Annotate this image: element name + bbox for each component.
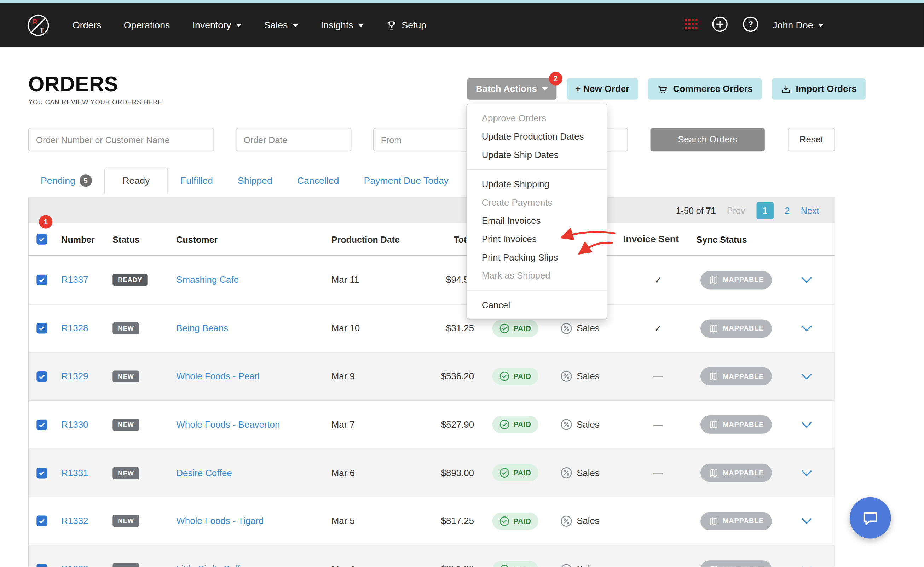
order-total: $351.99: [417, 564, 474, 567]
user-menu[interactable]: John Doe: [773, 20, 823, 30]
percent-circle-icon: [560, 322, 572, 334]
check-circle-icon: [500, 468, 510, 478]
topbar-right-cluster: ? John Doe: [684, 15, 823, 34]
chevron-down-icon[interactable]: [779, 422, 835, 428]
customer-link[interactable]: Whole Foods - Tigard: [176, 516, 263, 526]
row-checkbox[interactable]: [36, 468, 47, 478]
nav-item-setup[interactable]: Setup: [375, 20, 437, 30]
percent-circle-icon: [560, 466, 572, 479]
sync-status-badge[interactable]: MAPPABLE: [700, 512, 772, 530]
tab-ready[interactable]: Ready: [104, 167, 168, 194]
row-checkbox[interactable]: [36, 516, 47, 526]
check-circle-icon: [500, 372, 510, 381]
chevron-down-icon[interactable]: [779, 277, 835, 283]
sync-status-badge[interactable]: MAPPABLE: [700, 560, 772, 567]
menu-item-update-production-dates[interactable]: Update Production Dates: [467, 127, 607, 146]
order-date-input[interactable]: [236, 128, 352, 152]
row-checkbox[interactable]: [36, 323, 47, 334]
next-page-button[interactable]: Next: [801, 206, 819, 216]
keypad-icon[interactable]: [684, 19, 697, 32]
row-checkbox[interactable]: [36, 419, 47, 430]
prev-page-button[interactable]: Prev: [727, 206, 745, 216]
status-badge: NEW: [113, 515, 139, 527]
customer-link[interactable]: Whole Foods - Beaverton: [176, 419, 280, 429]
menu-item-print-packing-slips[interactable]: Print Packing Slips: [467, 248, 607, 267]
menu-divider: [467, 169, 607, 170]
menu-item-cancel[interactable]: Cancel: [467, 296, 607, 314]
add-button[interactable]: [712, 15, 728, 34]
chevron-down-icon: [236, 23, 242, 27]
chat-launcher-button[interactable]: [850, 497, 891, 539]
sync-status-badge[interactable]: MAPPABLE: [700, 464, 772, 482]
page-2-button[interactable]: 2: [785, 206, 790, 216]
order-number-link[interactable]: R1332: [61, 516, 88, 526]
tab-payment-due-today[interactable]: Payment Due Today: [351, 167, 461, 194]
customer-link[interactable]: Little Bird's Coffee: [176, 564, 250, 567]
order-source: Sales: [557, 466, 623, 479]
check-icon: [38, 276, 46, 284]
check-icon: [38, 565, 46, 567]
menu-item-email-invoices[interactable]: Email Invoices: [467, 212, 607, 230]
menu-divider: [467, 290, 607, 291]
trophy-icon: [386, 20, 397, 30]
map-icon: [709, 468, 718, 478]
sync-status-badge[interactable]: MAPPABLE: [700, 416, 772, 434]
order-number-link[interactable]: R1333: [61, 564, 88, 567]
sync-status-badge[interactable]: MAPPABLE: [700, 367, 772, 386]
status-badge: NEW: [113, 322, 139, 334]
help-button[interactable]: ?: [742, 15, 759, 34]
select-all-checkbox[interactable]: [36, 234, 47, 244]
order-number-link[interactable]: R1337: [61, 274, 88, 285]
commerce-orders-button[interactable]: Commerce Orders: [648, 78, 761, 100]
nav-item-insights[interactable]: Insights: [310, 20, 375, 30]
map-icon: [709, 420, 718, 429]
tab-shipped[interactable]: Shipped: [225, 167, 285, 194]
menu-item-mark-as-shipped: Mark as Shipped: [467, 266, 607, 285]
menu-item-update-ship-dates[interactable]: Update Ship Dates: [467, 146, 607, 164]
chevron-down-icon[interactable]: [779, 374, 835, 380]
search-orders-button[interactable]: Search Orders: [650, 128, 764, 152]
nav-item-inventory[interactable]: Inventory: [181, 20, 253, 30]
search-input[interactable]: [28, 128, 214, 152]
check-circle-icon: [500, 516, 510, 526]
order-number-link[interactable]: R1331: [61, 468, 88, 478]
table-row: R1332 NEW Whole Foods - Tigard Mar 5 $81…: [29, 496, 835, 545]
nav-item-sales[interactable]: Sales: [253, 20, 310, 30]
tab-pending[interactable]: Pending 5: [28, 167, 104, 194]
chevron-down-icon[interactable]: [779, 325, 835, 331]
check-circle-icon: [500, 564, 510, 567]
row-checkbox[interactable]: [36, 371, 47, 382]
customer-link[interactable]: Whole Foods - Pearl: [176, 371, 259, 381]
order-number-link[interactable]: R1329: [61, 371, 88, 381]
main-menu: Orders Operations Inventory Sales Insigh…: [61, 20, 437, 30]
menu-item-update-shipping[interactable]: Update Shipping: [467, 175, 607, 194]
customer-link[interactable]: Smashing Cafe: [176, 274, 239, 285]
new-order-button[interactable]: + New Order: [566, 78, 638, 100]
roaster-tools-logo[interactable]: R T: [27, 14, 50, 36]
batch-actions-button[interactable]: Batch Actions 2: [467, 78, 557, 100]
nav-item-operations[interactable]: Operations: [113, 20, 181, 30]
tab-cancelled[interactable]: Cancelled: [285, 167, 352, 194]
chevron-down-icon[interactable]: [779, 470, 835, 476]
column-header-status: Status: [111, 234, 174, 244]
row-checkbox[interactable]: [36, 274, 47, 285]
menu-item-print-invoices[interactable]: Print Invoices: [467, 230, 607, 248]
sync-status-badge[interactable]: MAPPABLE: [700, 271, 772, 290]
map-icon: [709, 324, 718, 333]
tab-fulfilled[interactable]: Fulfilled: [168, 167, 225, 194]
nav-item-orders[interactable]: Orders: [61, 20, 113, 30]
chevron-down-icon[interactable]: [779, 518, 835, 524]
row-checkbox[interactable]: [36, 564, 47, 567]
order-number-link[interactable]: R1330: [61, 419, 88, 429]
order-total: $31.25: [417, 323, 474, 334]
customer-link[interactable]: Being Beans: [176, 323, 228, 333]
order-number-link[interactable]: R1328: [61, 323, 88, 333]
page-1-button[interactable]: 1: [756, 202, 773, 219]
import-orders-button[interactable]: Import Orders: [772, 78, 865, 100]
invoice-sent: —: [623, 468, 693, 478]
sync-status-badge[interactable]: MAPPABLE: [700, 319, 772, 338]
chevron-down-icon[interactable]: [779, 566, 835, 567]
reset-button[interactable]: Reset: [788, 128, 835, 152]
production-date: Mar 4: [328, 564, 417, 567]
customer-link[interactable]: Desire Coffee: [176, 468, 232, 478]
